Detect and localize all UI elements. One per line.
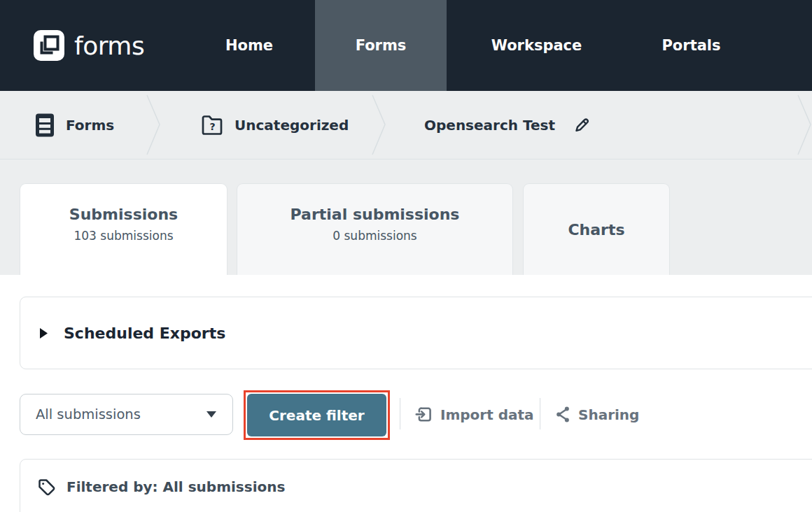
create-filter-label: Create filter (269, 407, 364, 424)
breadcrumb-item-forms[interactable]: Forms (35, 91, 114, 159)
nav-item-workspace[interactable]: Workspace (465, 0, 608, 91)
scheduled-exports-accordion[interactable]: Scheduled Exports (20, 297, 812, 369)
edit-pencil-icon[interactable] (573, 117, 590, 134)
tab-charts-label: Charts (568, 221, 624, 239)
sharing-label: Sharing (578, 406, 639, 423)
tab-partial-count: 0 submissions (237, 229, 512, 243)
folder-question-icon: ? (201, 114, 223, 136)
create-filter-button[interactable]: Create filter (247, 394, 386, 436)
svg-text:?: ? (209, 121, 215, 132)
import-data-icon (415, 406, 433, 423)
breadcrumb-item-uncategorized[interactable]: ? Uncategorized (201, 91, 349, 159)
nav-item-home[interactable]: Home (208, 0, 290, 91)
tab-submissions[interactable]: Submissions 103 submissions (20, 183, 227, 275)
logo-wordmark: forms (74, 31, 144, 60)
breadcrumb-item-form-name: Opensearch Test (424, 91, 590, 159)
top-navigation-bar: forms Home Forms Workspace Portals (0, 0, 812, 91)
chevron-down-icon (206, 411, 217, 418)
divider (400, 398, 400, 429)
tab-strip: Submissions 103 submissions Partial subm… (0, 159, 812, 275)
nav-item-forms[interactable]: Forms (315, 0, 447, 91)
submissions-filter-dropdown[interactable]: All submissions (20, 394, 233, 435)
share-icon (555, 405, 570, 424)
breadcrumb-form-name-label: Opensearch Test (424, 117, 555, 134)
journal-icon (35, 113, 55, 138)
breadcrumb-chevron-separators (0, 91, 812, 159)
sharing-button[interactable]: Sharing (555, 394, 639, 435)
import-data-label: Import data (440, 406, 534, 423)
app-logo[interactable]: forms (34, 0, 144, 91)
nav-item-workspace-label: Workspace (491, 37, 582, 54)
divider (540, 398, 540, 429)
nav-item-forms-label: Forms (356, 37, 407, 54)
breadcrumb: Forms ? Uncategorized Opensearch Test (0, 91, 812, 159)
nav-item-home-label: Home (225, 37, 273, 54)
filtered-by-label: Filtered by: All submissions (66, 477, 285, 497)
filtered-by-panel: Filtered by: All submissions (20, 459, 812, 512)
scheduled-exports-label: Scheduled Exports (64, 325, 225, 342)
breadcrumb-uncategorized-label: Uncategorized (234, 117, 349, 134)
tab-charts[interactable]: Charts (523, 183, 670, 275)
tab-submissions-count: 103 submissions (20, 229, 227, 243)
dropdown-selected-value: All submissions (36, 406, 141, 422)
tab-partial-submissions[interactable]: Partial submissions 0 submissions (237, 183, 513, 275)
tag-icon (37, 478, 57, 497)
tab-submissions-label: Submissions (20, 206, 227, 223)
tab-partial-label: Partial submissions (237, 206, 512, 223)
forms-logo-icon (34, 30, 64, 61)
nav-item-portals-label: Portals (662, 37, 720, 54)
caret-right-icon (39, 327, 48, 339)
nav-item-portals[interactable]: Portals (644, 0, 738, 91)
breadcrumb-forms-label: Forms (66, 117, 114, 134)
import-data-button[interactable]: Import data (415, 394, 534, 435)
